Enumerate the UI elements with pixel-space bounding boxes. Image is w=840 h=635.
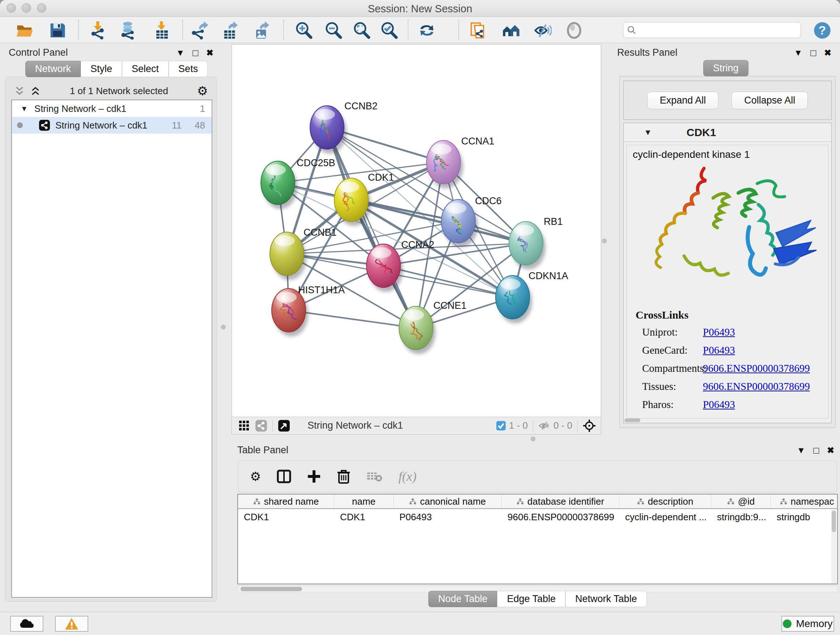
- crosslink-link[interactable]: P06493: [703, 326, 735, 338]
- column-header[interactable]: database identifier: [502, 494, 619, 508]
- cloud-button[interactable]: [10, 616, 43, 632]
- export-table-icon[interactable]: [222, 21, 240, 40]
- panel-close-icon[interactable]: ✖: [827, 446, 834, 455]
- zoom-out-icon[interactable]: [325, 21, 343, 40]
- collapse-all-icon[interactable]: [14, 86, 25, 96]
- fit-selected-crosshair-icon[interactable]: [583, 419, 596, 432]
- protein-node-CCNB2[interactable]: [310, 106, 347, 154]
- show-icon[interactable]: [565, 21, 583, 40]
- protein-collapse-icon[interactable]: ▼: [644, 128, 652, 137]
- import-database-icon[interactable]: [119, 21, 137, 40]
- delete-table-icon[interactable]: [366, 470, 382, 483]
- birdseye-view-icon[interactable]: [278, 420, 290, 432]
- panel-float-icon[interactable]: ▼: [794, 49, 802, 57]
- memory-button[interactable]: Memory: [782, 616, 834, 632]
- results-hscroll-thumb[interactable]: [624, 418, 640, 422]
- column-header[interactable]: @id: [711, 494, 771, 508]
- grid-view-icon[interactable]: [238, 420, 250, 432]
- add-column-icon[interactable]: [307, 470, 321, 483]
- export-image-icon[interactable]: [253, 21, 271, 40]
- refresh-icon[interactable]: [418, 21, 436, 40]
- collapse-all-button[interactable]: Collapse All: [731, 92, 808, 109]
- collection-label: String Network – cdk1: [34, 103, 126, 114]
- table-cell: stringdb:9...: [711, 509, 771, 525]
- protein-node-CCNE1[interactable]: [399, 306, 436, 354]
- network-options-gear-icon[interactable]: ⚙: [197, 85, 208, 97]
- column-header[interactable]: canonical name: [393, 494, 502, 508]
- results-panel: Results Panel ▼ □ ✖ String Expand All Co…: [615, 44, 836, 432]
- protein-node-CDC6[interactable]: [441, 200, 478, 247]
- zoom-fit-icon[interactable]: [353, 21, 371, 40]
- zoom-selected-icon[interactable]: [380, 21, 398, 40]
- crosslink-link[interactable]: P06493: [703, 344, 735, 356]
- export-network-icon[interactable]: [191, 21, 209, 40]
- tab-style[interactable]: Style: [81, 61, 122, 77]
- bottom-splitter-handle[interactable]: [531, 437, 535, 441]
- node-table: shared namenamecanonical namedatabase id…: [237, 494, 838, 584]
- tab-select[interactable]: Select: [122, 61, 169, 77]
- save-session-icon[interactable]: [49, 21, 66, 40]
- crosslink-row: GeneCard:P06493: [636, 344, 810, 356]
- expand-all-icon[interactable]: [30, 86, 41, 96]
- column-header[interactable]: namespac: [771, 494, 838, 508]
- protein-node-CDKN1A[interactable]: [496, 276, 532, 323]
- hidden-items-eye-icon[interactable]: [538, 420, 551, 431]
- svg-text:?: ?: [819, 23, 826, 37]
- column-header[interactable]: description: [619, 494, 711, 508]
- show-columns-icon[interactable]: [277, 469, 291, 484]
- import-table-icon[interactable]: [153, 21, 171, 40]
- right-splitter-handle[interactable]: [602, 239, 607, 243]
- panel-close-icon[interactable]: ✖: [206, 49, 213, 57]
- tab-edge-table[interactable]: Edge Table: [497, 591, 565, 607]
- crosslink-link[interactable]: P06493: [703, 399, 735, 410]
- home-icon[interactable]: [502, 21, 520, 40]
- warning-button[interactable]: [55, 616, 88, 632]
- open-session-icon[interactable]: [16, 21, 34, 40]
- table-panel: Table Panel ▼ □ ✖ ⚙: [235, 443, 840, 612]
- delete-column-icon[interactable]: [337, 469, 351, 484]
- selected-items-checkbox[interactable]: [496, 421, 506, 431]
- protein-node-HIST1H1A[interactable]: [272, 288, 308, 336]
- network-collection-row[interactable]: ▼ String Network – cdk1 1: [12, 100, 212, 117]
- protein-node-CCNB1[interactable]: [270, 232, 306, 280]
- zoom-in-icon[interactable]: [295, 21, 313, 40]
- network-label: String Network – cdk1: [55, 120, 147, 131]
- protein-node-CCNA2[interactable]: [366, 244, 403, 292]
- panel-float-icon[interactable]: ▼: [176, 49, 185, 57]
- panel-maximize-icon[interactable]: □: [810, 48, 816, 57]
- tab-network[interactable]: Network: [25, 61, 81, 77]
- network-canvas[interactable]: CCNB2CCNA1CDC25BCDK1CDC6RB1CCNB1CCNA2CDK…: [232, 44, 601, 417]
- table-vscroll[interactable]: [831, 510, 836, 584]
- tab-string[interactable]: String: [703, 60, 748, 76]
- tab-network-table[interactable]: Network Table: [565, 591, 647, 607]
- left-splitter-handle[interactable]: [221, 325, 226, 329]
- crosslink-link[interactable]: 9606.ENSP00000378699: [703, 363, 810, 374]
- crosslink-link[interactable]: 9606.ENSP00000378699: [703, 380, 810, 393]
- tab-sets[interactable]: Sets: [169, 61, 208, 77]
- table-cell: stringdb: [771, 509, 838, 525]
- panel-float-icon[interactable]: ▼: [797, 446, 805, 455]
- panel-maximize-icon[interactable]: □: [193, 48, 198, 57]
- network-share-icon[interactable]: [255, 420, 267, 432]
- tab-node-table[interactable]: Node Table: [428, 591, 497, 607]
- table-row[interactable]: CDK1CDK1P064939606.ENSP00000378699cyclin…: [238, 509, 837, 525]
- table-options-gear-icon[interactable]: ⚙: [250, 470, 261, 483]
- panel-close-icon[interactable]: ✖: [824, 49, 831, 57]
- hide-icon[interactable]: [534, 21, 552, 40]
- collection-expand-icon[interactable]: ▼: [21, 105, 28, 113]
- selected-counts: 1 - 0: [509, 420, 528, 431]
- function-builder-icon[interactable]: f(x): [398, 469, 416, 484]
- copy-network-icon[interactable]: [470, 21, 488, 40]
- protein-node-CDC25B[interactable]: [261, 161, 297, 209]
- column-header[interactable]: name: [334, 494, 393, 508]
- protein-node-RB1[interactable]: [509, 222, 546, 269]
- crosslink-label: Pharos:: [636, 399, 703, 410]
- column-header[interactable]: shared name: [238, 494, 334, 508]
- panel-maximize-icon[interactable]: □: [813, 446, 819, 455]
- node-label-CDKN1A: CDKN1A: [529, 271, 568, 281]
- expand-all-button[interactable]: Expand All: [647, 92, 719, 109]
- search-input[interactable]: [636, 24, 801, 36]
- help-icon[interactable]: ?: [813, 21, 831, 40]
- import-network-icon[interactable]: [89, 21, 107, 40]
- network-row[interactable]: String Network – cdk1 11 48: [12, 117, 212, 134]
